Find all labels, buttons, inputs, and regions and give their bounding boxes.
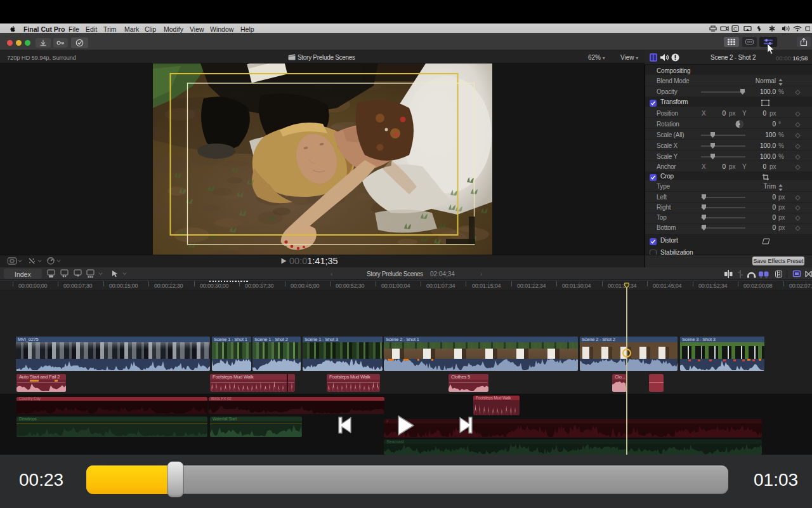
svg-text:C: C [733,26,737,32]
